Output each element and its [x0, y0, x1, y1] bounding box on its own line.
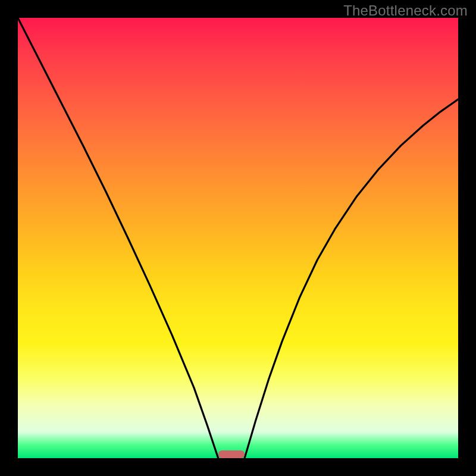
- watermark-text: TheBottleneck.com: [343, 2, 468, 19]
- bottleneck-curve: [18, 18, 458, 458]
- chart-frame: TheBottleneck.com: [0, 0, 476, 476]
- bottleneck-marker: [218, 450, 245, 458]
- plot-area: [18, 18, 458, 458]
- curve-path: [18, 18, 458, 458]
